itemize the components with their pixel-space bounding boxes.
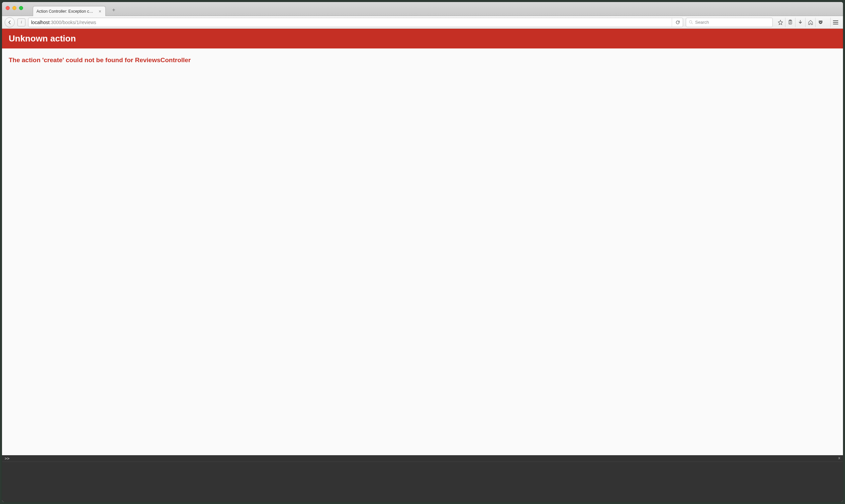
window-close-button[interactable] (6, 6, 10, 10)
arrow-left-icon (7, 20, 12, 25)
error-header: Unknown action (2, 29, 470, 49)
address-bar[interactable]: localhost:3000/books/1/reviews (28, 18, 470, 27)
window-minimize-button[interactable] (12, 6, 16, 10)
back-button[interactable] (5, 17, 15, 28)
window-zoom-button[interactable] (19, 6, 23, 10)
url-port: :3000 (50, 20, 61, 25)
tab-close-button[interactable]: × (98, 9, 102, 14)
url-toolbar: i localhost:3000/books/1/reviews Search (2, 16, 470, 29)
url-host: localhost (31, 20, 50, 25)
error-message: The action 'create' could not be found f… (2, 49, 470, 64)
traffic-lights (6, 6, 23, 10)
info-icon: i (21, 20, 22, 25)
browser-window: Action Controller: Exception ca... × + i… (2, 2, 470, 280)
new-tab-button[interactable]: + (109, 6, 118, 14)
page-viewport: Unknown action The action 'create' could… (2, 29, 470, 280)
titlebar: Action Controller: Exception ca... × + (2, 2, 470, 16)
site-info-button[interactable]: i (17, 18, 25, 26)
plus-icon: + (112, 7, 115, 13)
url-path: /books/1/reviews (61, 20, 96, 25)
browser-tab[interactable]: Action Controller: Exception ca... × (33, 6, 106, 16)
tab-title: Action Controller: Exception ca... (36, 9, 93, 14)
